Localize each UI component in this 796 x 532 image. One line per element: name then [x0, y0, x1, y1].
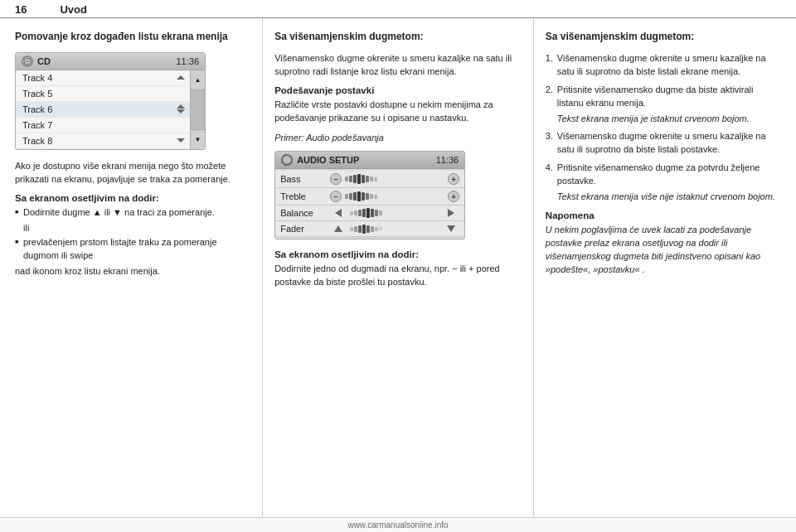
page-header: 16 Uvod — [0, 0, 796, 18]
cd-widget: CD 11:36 Track 4 Track 5 — [15, 52, 206, 150]
footer: www.carmanualsoniine.info — [0, 517, 796, 532]
cd-label: CD — [37, 56, 176, 66]
column-1: Pomovanje kroz događen listu ekrana meni… — [0, 18, 263, 517]
audio-row-bass: Bass − — [275, 171, 464, 188]
treble-label: Treble — [280, 191, 330, 201]
audio-row-balance: Balance — [275, 206, 464, 221]
track-item-5[interactable]: Track 8 — [16, 133, 190, 149]
track-label-2: Track 5 — [22, 89, 185, 99]
track-label-1: Track 4 — [22, 73, 177, 83]
numbered-item-1: 1. Višenamensko dugme okrenite u smeru k… — [546, 52, 781, 79]
bass-bars — [345, 174, 444, 184]
page-content: Pomovanje kroz događen listu ekrana meni… — [0, 18, 796, 517]
col1-sub1: Sa ekranom osetljivim na dodir: — [15, 193, 250, 203]
audio-row-treble: Treble − — [275, 188, 464, 206]
treble-slider[interactable]: − + — [330, 191, 459, 202]
bass-plus-btn[interactable]: + — [448, 173, 459, 185]
item-note-2: Tekst ekrana menija je istaknut crvenom … — [557, 113, 781, 126]
treble-minus-btn[interactable]: − — [330, 191, 342, 202]
track-arrow-3 — [177, 104, 185, 114]
audio-header: AUDIO SETUP 11:36 — [275, 152, 464, 169]
col1-body1: Ako je dostupno više ekrani menija nego … — [15, 160, 250, 186]
footer-url: www.carmanualsoniine.info — [347, 520, 448, 530]
track-item-1[interactable]: Track 4 — [16, 70, 190, 86]
balance-left-btn[interactable] — [330, 209, 347, 217]
audio-icon — [281, 154, 293, 166]
col1-bullet-or: ili — [15, 223, 250, 233]
numbered-item-4: 4. Pritisnite višenamensko dugme za potv… — [546, 162, 781, 204]
treble-bars — [345, 191, 444, 201]
track-item-3[interactable]: Track 6 — [16, 102, 190, 118]
track-item-4[interactable]: Track 7 — [16, 118, 190, 133]
balance-right-btn[interactable] — [443, 209, 459, 217]
track-item-2[interactable]: Track 5 — [16, 86, 190, 102]
bass-minus-btn[interactable]: − — [330, 173, 342, 185]
bass-slider[interactable]: − + — [330, 173, 459, 185]
balance-control[interactable] — [330, 208, 459, 218]
item-note-4: Tekst ekrana menija više nije istaknut c… — [557, 191, 781, 204]
col2-sub1: Podešavanje postavki — [274, 85, 522, 95]
col2-sub2: Sa ekranom osetljivim na dodir: — [274, 249, 522, 259]
cd-time: 11:36 — [176, 56, 199, 66]
audio-rows: Bass − — [275, 169, 464, 239]
balance-bars — [350, 208, 439, 218]
audio-row-fader: Fader — [275, 221, 464, 237]
numbered-list: 1. Višenamensko dugme okrenite u smeru k… — [546, 52, 781, 204]
col2-body3: Dodirnite jedno od dugmadi na ekranu, np… — [274, 263, 522, 289]
treble-plus-btn[interactable]: + — [448, 191, 459, 202]
col3-title1: Sa višenamjenskim dugmetom: — [546, 30, 781, 44]
item-num-3: 3. — [546, 130, 553, 143]
cd-icon — [22, 56, 33, 67]
audio-time: 11:36 — [436, 155, 459, 165]
track-rows: Track 4 Track 5 Track 6 — [16, 70, 190, 149]
col2-body1: Višenamensko dugme okrenite u smeru kaza… — [274, 52, 522, 79]
cd-widget-header: CD 11:36 — [16, 53, 205, 70]
fader-label: Fader — [280, 224, 330, 234]
item-num-2: 2. — [546, 84, 553, 97]
col1-bullet2: prevlačenjem prstom listajte traku za po… — [15, 236, 250, 263]
fader-down-btn[interactable] — [443, 225, 459, 232]
fader-up-btn[interactable] — [330, 225, 347, 232]
scroll-down-button[interactable]: ▼ — [191, 130, 205, 149]
numbered-item-2: 2. Pritisnite višenamensko dugme da bist… — [546, 84, 781, 126]
col2-title1: Sa višenamjenskim dugmetom: — [274, 30, 522, 44]
track-label-3: Track 6 — [22, 104, 177, 114]
scroll-up-button[interactable]: ▲ — [191, 70, 205, 89]
track-label-5: Track 8 — [22, 136, 177, 146]
note-text: U nekim poglavljima će uvek lacati za po… — [546, 224, 781, 277]
track-scrollbar[interactable]: ▲ ▼ — [190, 70, 205, 149]
svg-point-1 — [27, 60, 29, 62]
column-2: Sa višenamjenskim dugmetom: Višenamensko… — [263, 18, 534, 517]
track-list-container: Track 4 Track 5 Track 6 — [16, 70, 205, 149]
audio-label: AUDIO SETUP — [297, 155, 435, 165]
track-arrow-1 — [177, 75, 185, 80]
track-arrow-5 — [177, 138, 185, 143]
balance-label: Balance — [280, 208, 330, 218]
page-container: 16 Uvod Pomovanje kroz događen listu ekr… — [0, 0, 796, 532]
numbered-item-3: 3. Višenamensko dugme okrenite u smeru k… — [546, 130, 781, 157]
bass-label: Bass — [280, 174, 330, 184]
fader-bars — [350, 225, 439, 234]
item-num-1: 1. — [546, 52, 553, 65]
note-title: Napomena — [546, 210, 781, 220]
col1-body2: nad ikonom kroz listu ekrani menija. — [15, 265, 250, 278]
fader-control[interactable] — [330, 225, 459, 234]
col1-bullet1: Dodirnite dugme ▲ ili ▼ na traci za pome… — [15, 206, 250, 220]
track-label-4: Track 7 — [22, 120, 185, 130]
page-title: Uvod — [60, 3, 87, 16]
col2-body2: Različite vrste postavki dostupne u neki… — [274, 99, 522, 125]
page-number: 16 — [15, 3, 27, 16]
item-num-4: 4. — [546, 162, 553, 175]
col2-body2-italic: Primer: Audio podešavanja — [274, 132, 522, 145]
column-3: Sa višenamjenskim dugmetom: 1. Višenamen… — [534, 18, 796, 517]
audio-widget: AUDIO SETUP 11:36 Bass − — [274, 151, 465, 239]
col1-title: Pomovanje kroz događen listu ekrana meni… — [15, 30, 250, 44]
